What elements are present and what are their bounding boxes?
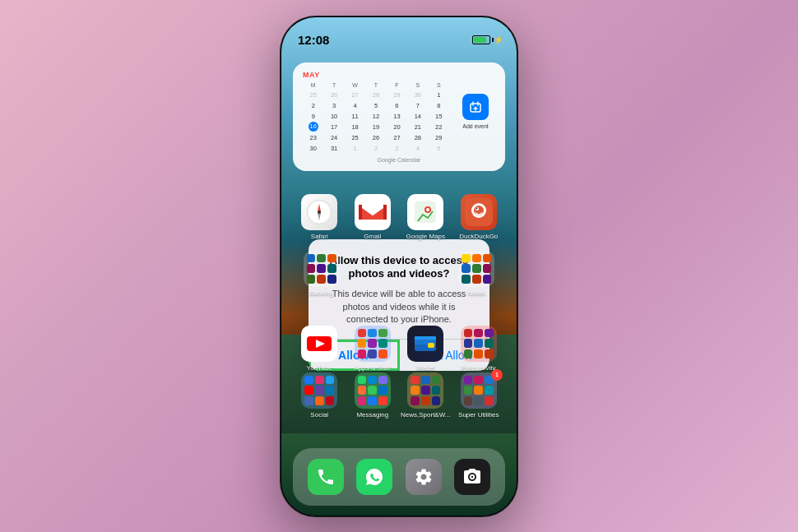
cal-day-t: T xyxy=(323,82,344,88)
add-event-icon[interactable] xyxy=(462,94,489,120)
app-row-1: Safari Gmail xyxy=(293,194,505,240)
safari-label: Safari xyxy=(311,233,328,240)
status-time: 12:08 xyxy=(298,33,329,47)
phone-frame: 12:08 ⚡ MAY M T xyxy=(280,16,518,517)
maps-icon xyxy=(407,194,443,230)
svg-point-21 xyxy=(476,207,477,209)
svg-rect-28 xyxy=(428,343,434,348)
add-event-section: Add event xyxy=(456,71,495,153)
calendar-footer-label: Google Calendar xyxy=(303,157,495,163)
social-folder-icon xyxy=(301,372,337,409)
svg-rect-11 xyxy=(359,205,362,220)
notes-label: Notes xyxy=(468,289,485,297)
dock-phone-icon[interactable] xyxy=(308,459,344,495)
youtube-icon xyxy=(301,326,337,362)
cal-day-w: W xyxy=(345,82,365,88)
apps-stuff-folder[interactable]: Apps & Stuff xyxy=(350,326,395,372)
apps-stuff-label: Apps & Stuff xyxy=(355,364,391,372)
battery-body xyxy=(472,35,490,44)
calendar-day-headers: M T W T F S S xyxy=(303,82,449,88)
youtube-label: YouTube xyxy=(307,364,332,372)
status-bar: 12:08 ⚡ xyxy=(281,17,517,53)
gmail-icon xyxy=(355,194,391,230)
banking-folder[interactable]: Banking xyxy=(299,251,344,297)
spacer xyxy=(356,251,392,297)
calendar-week-5: 23 24 25 26 27 28 29 xyxy=(303,132,449,142)
status-icons: ⚡ xyxy=(472,35,500,44)
productivity-label: Productivity xyxy=(462,364,495,372)
news-folder[interactable]: News,Sport&W... xyxy=(403,372,448,419)
messaging-folder[interactable]: 1 Messaging xyxy=(350,372,395,419)
calendar-week-2: 2 3 4 5 6 7 8 xyxy=(303,100,449,110)
notes-folder[interactable]: Notes xyxy=(454,251,499,297)
wallet-icon xyxy=(407,326,443,362)
productivity-icon xyxy=(461,326,497,362)
duckduckgo-app[interactable]: DuckDuckGo xyxy=(457,194,501,240)
calendar-weeks: 25 26 27 28 29 30 1 2 3 xyxy=(303,90,449,153)
phone-screen: 12:08 ⚡ MAY M T xyxy=(281,17,517,516)
messaging-folder-icon xyxy=(355,372,391,409)
duckduckgo-label: DuckDuckGo xyxy=(459,233,498,240)
battery-fill xyxy=(474,37,486,43)
wallet-label: Wallet xyxy=(416,364,434,372)
apps-stuff-icon xyxy=(355,326,391,362)
dock-settings-icon[interactable] xyxy=(406,459,442,495)
svg-rect-12 xyxy=(383,205,387,220)
safari-app[interactable]: Safari xyxy=(297,194,341,240)
cal-day-th: T xyxy=(365,82,386,88)
cal-day-s: S xyxy=(407,82,428,88)
maps-app[interactable]: Google Maps xyxy=(403,194,448,240)
app-row-social: Social 1 Messaging xyxy=(293,372,505,419)
calendar-week-3: 9 10 11 12 13 14 15 xyxy=(303,111,449,121)
app-row-3: YouTube Apps & Stuff xyxy=(293,326,505,372)
productivity-folder[interactable]: Productivity xyxy=(457,326,501,372)
add-event-label: Add event xyxy=(462,123,489,129)
dock-camera-icon[interactable] xyxy=(454,459,490,495)
calendar-month-header: MAY xyxy=(303,71,449,79)
svg-point-9 xyxy=(318,210,321,214)
messaging-badge: 1 xyxy=(491,369,503,381)
youtube-app[interactable]: YouTube xyxy=(297,326,341,372)
spacer2 xyxy=(406,251,442,297)
svg-point-19 xyxy=(474,206,484,215)
app-row-2: Banking Notes xyxy=(293,251,505,297)
dock xyxy=(293,448,505,506)
gmail-label: Gmail xyxy=(364,233,381,240)
calendar-week-6: 30 31 1 2 3 4 5 xyxy=(303,143,449,153)
banking-folder-icon xyxy=(304,251,340,287)
social-folder[interactable]: Social xyxy=(297,372,341,419)
dock-whatsapp-icon[interactable] xyxy=(356,459,392,495)
calendar-week-1: 25 26 27 28 29 30 1 xyxy=(303,90,449,99)
news-folder-icon xyxy=(407,372,443,409)
gmail-app[interactable]: Gmail xyxy=(350,194,395,240)
cal-day-f: F xyxy=(387,82,407,88)
svg-point-16 xyxy=(426,208,429,211)
super-utilities-label: Super Utilities xyxy=(458,411,499,419)
svg-rect-27 xyxy=(415,336,436,340)
safari-icon xyxy=(301,194,337,230)
banking-label: Banking xyxy=(309,289,333,297)
cal-day-m: M xyxy=(303,82,323,88)
wallet-app[interactable]: Wallet xyxy=(403,326,448,372)
messaging-label: Messaging xyxy=(356,411,388,419)
calendar-week-4: 16 17 18 19 20 21 22 xyxy=(303,122,449,132)
battery-icon: ⚡ xyxy=(472,35,500,44)
social-label: Social xyxy=(310,411,328,419)
calendar-grid: M T W T F S S 25 26 xyxy=(303,82,449,153)
cal-day-su: S xyxy=(429,82,449,88)
calendar-widget[interactable]: MAY M T W T F S S xyxy=(293,62,505,171)
duckduckgo-icon xyxy=(461,194,497,230)
bolt-icon: ⚡ xyxy=(494,35,500,44)
news-label: News,Sport&W... xyxy=(401,411,450,419)
notes-folder-icon xyxy=(458,251,494,287)
maps-label: Google Maps xyxy=(406,233,445,240)
